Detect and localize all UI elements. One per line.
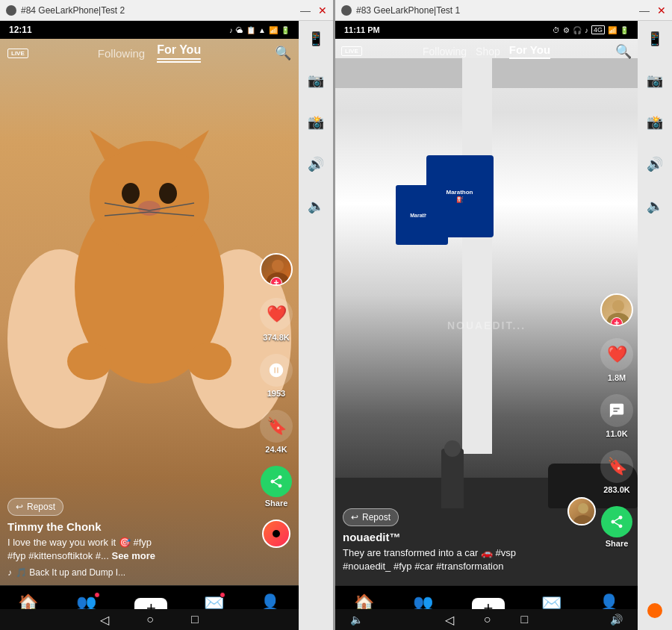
recents-btn-right[interactable]: □ [521, 613, 529, 626]
right-toolbar-screenshot-icon[interactable]: 📸 [643, 110, 667, 134]
live-badge-left[interactable]: LIVE [7, 49, 28, 58]
video-music-left: ♪ 🎵 Back It up and Dump I... [7, 567, 246, 578]
nav-following-left[interactable]: Following [98, 47, 145, 60]
search-icon-left[interactable]: 🔍 [275, 45, 291, 61]
svg-point-8 [159, 183, 177, 204]
right-toolbar-camera-icon[interactable]: 📷 [643, 69, 667, 93]
creator-avatar-right[interactable]: + [600, 293, 633, 326]
video-watermark: NOUAEDIT... [447, 319, 526, 331]
svg-point-16 [272, 260, 284, 272]
window-icon-left [6, 5, 16, 16]
title-bar-right: #83 GeeLarkPhone|Test 1 — ✕ [335, 0, 672, 21]
svg-point-9 [138, 201, 161, 216]
svg-point-14 [67, 343, 112, 380]
svg-point-18 [612, 300, 624, 312]
marathon-station: Marathon⛽ [426, 155, 494, 237]
home-btn-left[interactable]: ○ [146, 613, 154, 626]
follow-plus-badge-right: + [611, 317, 623, 326]
toolbar-vol-down-icon[interactable]: 🔈 [304, 194, 328, 218]
share-button-right[interactable]: Share [601, 506, 632, 548]
toolbar-screenshot-icon[interactable]: 📸 [304, 110, 328, 134]
left-toolbar: 📱 📷 📸 🔊 🔈 [299, 21, 333, 630]
repost-btn-right[interactable]: ↩ Repost [343, 508, 399, 526]
video-description-left: I love the way you work it 🎯 #fyp #fyp #… [7, 536, 246, 563]
title-bar-left: #84 GeeLarkPhone|Test 2 — ✕ [0, 0, 333, 21]
video-description-right: They are transformed into a car 🚗 #vsp #… [343, 546, 589, 573]
back-btn-left[interactable]: ◁ [100, 613, 109, 627]
comment-button-left[interactable]: 1953 [260, 354, 293, 398]
svg-point-15 [187, 343, 231, 380]
share-icon-right [601, 506, 632, 537]
toolbar-vol-up-icon[interactable]: 🔊 [304, 152, 328, 176]
nav-foryou-right[interactable]: For You [509, 43, 550, 59]
video-username-right[interactable]: nouaedit™ [343, 531, 589, 543]
status-time-left: 12:11 [9, 25, 32, 35]
recents-btn-left[interactable]: □ [191, 613, 199, 626]
minimize-btn-left[interactable]: — [300, 4, 311, 16]
inbox-notification-left [220, 592, 225, 598]
minimize-btn-right[interactable]: — [639, 4, 650, 16]
bookmark-button-left[interactable]: 🔖 24.4K [260, 410, 293, 454]
right-toolbar-phone-icon: 📱 [643, 27, 667, 51]
music-disc-left [262, 520, 290, 548]
video-info-left: ↩ Repost Timmy the Chonk I love the way … [7, 498, 246, 578]
right-toolbar-vol-up-icon[interactable]: 🔊 [643, 152, 667, 176]
like-button-left[interactable]: ❤️ 374.8K [260, 298, 293, 342]
bookmark-button-right[interactable]: 🔖 283.0K [600, 450, 633, 494]
right-toolbar-vol-down-icon[interactable]: 🔈 [643, 194, 667, 218]
close-btn-left[interactable]: ✕ [318, 4, 327, 16]
search-icon-right[interactable]: 🔍 [615, 43, 632, 60]
nav-foryou-left[interactable]: For You [157, 43, 201, 63]
android-nav-left: ◁ ○ □ [0, 609, 299, 630]
live-badge-right[interactable]: LIVE [341, 46, 362, 56]
window-title-right: #83 GeeLarkPhone|Test 1 [356, 5, 460, 16]
status-time-right: 11:11 PM [344, 25, 380, 34]
cat-video-content [0, 66, 299, 523]
toolbar-camera-icon[interactable]: 📷 [304, 69, 328, 93]
status-bar-right: 11:11 PM ⏱ ⚙ 🎧 ♪ 4G 📶 🔋 [335, 21, 638, 39]
action-sidebar-right: + ❤️ 1.8M 11.0K [600, 293, 633, 548]
repost-btn-left[interactable]: ↩ Repost [7, 498, 63, 516]
back-btn-right[interactable]: ◁ [445, 613, 454, 627]
home-btn-right[interactable]: ○ [484, 613, 491, 626]
svg-point-7 [122, 183, 140, 204]
comment-button-right[interactable]: 11.0K [600, 394, 633, 438]
creator-avatar-left[interactable]: + [260, 253, 293, 286]
vol-right[interactable]: 🔊 [610, 614, 623, 626]
tiktok-nav-left: LIVE Following For You 🔍 [0, 37, 299, 69]
share-icon-left [261, 466, 292, 497]
like-button-right[interactable]: ❤️ 1.8M [600, 338, 633, 382]
toolbar-phone-icon: 📱 [304, 27, 328, 51]
video-username-left[interactable]: Timmy the Chonk [7, 520, 246, 533]
tiktok-nav-right: LIVE Following Shop For You 🔍 [335, 37, 638, 65]
close-btn-right[interactable]: ✕ [657, 4, 666, 16]
action-sidebar-left: + ❤️ 374.8K 1953 [260, 253, 293, 548]
follow-plus-badge: + [270, 277, 282, 286]
person-silhouette [441, 449, 464, 508]
phone-screen-right: Marathon⛽ Marathon NOUAEDIT [335, 21, 638, 630]
share-button-left[interactable]: Share [261, 466, 292, 508]
nav-shop-right[interactable]: Shop [476, 46, 500, 57]
nav-following-right[interactable]: Following [423, 46, 467, 57]
window-title-left: #84 GeeLarkPhone|Test 2 [21, 5, 125, 16]
phone-screen-left: 12:11 ♪ 🌥 📋 ▲ 📶 🔋 LIVE Following [0, 21, 299, 630]
tiktok-status-icon: ♪ [229, 26, 233, 34]
friends-notification-left [94, 592, 100, 598]
android-nav-right: 🔈 ◁ ○ □ 🔊 [335, 609, 638, 630]
status-bar-left: 12:11 ♪ 🌥 📋 ▲ 📶 🔋 [0, 21, 299, 39]
orange-badge [647, 603, 662, 618]
window-icon-right [341, 5, 352, 16]
video-info-right: ↩ Repost nouaedit™ They are transformed … [343, 508, 589, 578]
white-pillar [462, 58, 492, 454]
right-toolbar: 📱 📷 📸 🔊 🔈 [638, 21, 672, 630]
vol-left[interactable]: 🔈 [350, 614, 363, 626]
